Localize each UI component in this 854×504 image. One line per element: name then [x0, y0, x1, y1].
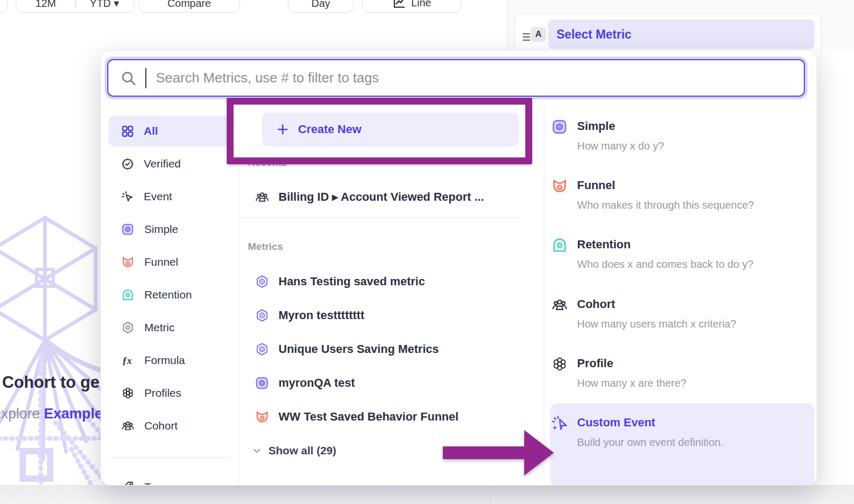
example-link[interactable]: Example	[44, 406, 103, 422]
sidebar-item-simple[interactable]: Simple	[108, 214, 230, 245]
background-headline-fragment: Cohort to ge	[2, 373, 99, 392]
tag-icon	[121, 480, 135, 486]
metric-type-profile[interactable]: Profile How many x are there?	[551, 356, 809, 389]
saved-metric-hexagon-icon	[255, 342, 270, 357]
cohort-people-icon	[121, 419, 135, 433]
funnel-icon	[121, 255, 135, 269]
sidebar-item-retention[interactable]: Retention	[108, 279, 230, 310]
metric-type-custom-event[interactable]: Custom Event Build your own event defini…	[551, 415, 809, 449]
sidebar-item-funnel[interactable]: Funnel	[108, 247, 230, 277]
metric-type-retention[interactable]: Retention Who does x and comes back to d…	[551, 237, 809, 270]
simple-icon	[551, 118, 568, 135]
metric-item[interactable]: Myron testttttttt	[255, 304, 365, 327]
chevron-down-icon	[252, 445, 262, 456]
page-bottom-strip	[0, 485, 854, 504]
compare-button[interactable]: Compare	[138, 0, 240, 13]
sidebar-item-all[interactable]: All	[108, 116, 230, 146]
line-chart-icon	[392, 0, 406, 10]
chart-type-line-button[interactable]: Line	[362, 0, 461, 13]
retention-icon	[551, 237, 568, 254]
show-all-button[interactable]: Show all (29)	[252, 440, 336, 462]
plus-icon	[276, 123, 290, 136]
text-cursor	[145, 68, 146, 88]
wireframe-illustration	[0, 174, 108, 504]
sidebar-item-cohort[interactable]: Cohort	[108, 410, 230, 441]
event-cursor-icon	[121, 190, 134, 203]
metric-type-simple[interactable]: Simple How many x do y?	[551, 118, 809, 152]
recent-item-billing-id[interactable]: Billing ID ▸ Account Viewed Report ...	[255, 185, 484, 209]
simple-icon	[255, 376, 270, 390]
funnel-icon	[255, 409, 270, 424]
formula-fx-icon: ƒx	[121, 353, 135, 367]
search-box[interactable]	[107, 59, 805, 97]
cohort-people-icon	[551, 296, 568, 313]
svg-text:ƒx: ƒx	[122, 356, 132, 366]
sidebar-item-verified[interactable]: Verified	[108, 148, 230, 179]
background-subtext-fragment: xplore Example	[1, 406, 103, 422]
metric-item[interactable]: myronQA test	[255, 371, 355, 395]
series-a-badge: A	[531, 27, 546, 42]
metric-item[interactable]: Unique Users Saving Metrics	[255, 338, 439, 361]
sidebar-item-formula[interactable]: ƒx Formula	[108, 345, 230, 376]
metric-item[interactable]: WW Test Saved Behavior Funnel	[255, 405, 459, 428]
granularity-day-button[interactable]: Day	[288, 0, 354, 13]
profiles-flower-icon	[121, 386, 135, 400]
select-metric-button[interactable]: Select Metric	[548, 20, 814, 49]
page-vertical-divider	[490, 485, 491, 504]
column-divider	[239, 104, 240, 485]
search-input[interactable]	[155, 69, 792, 87]
metric-item[interactable]: Hans Testing saved metric	[255, 270, 425, 293]
saved-metric-hexagon-icon	[255, 274, 270, 289]
funnel-icon	[551, 178, 568, 194]
sidebar-item-event[interactable]: Event	[108, 181, 230, 212]
sidebar-item-tags[interactable]: Tags	[108, 472, 230, 486]
metrics-heading: Metrics	[248, 241, 283, 253]
saved-metric-hexagon-icon	[255, 308, 270, 323]
metric-type-cohort[interactable]: Cohort How many users match x criteria?	[551, 296, 809, 330]
range-12m-button[interactable]: 12M	[16, 0, 75, 10]
simple-icon	[121, 222, 135, 236]
section-divider	[242, 217, 521, 218]
toolbar-button-edge[interactable]	[0, 0, 7, 13]
metric-picker-dropdown: All Verified Event Simple Funnel	[100, 50, 817, 486]
metric-type-funnel[interactable]: Funnel Who makes it through this sequenc…	[551, 178, 809, 211]
profiles-flower-icon	[551, 356, 568, 372]
range-ytd-button[interactable]: YTD ▾	[75, 0, 134, 10]
cohort-people-icon	[255, 190, 270, 204]
sidebar-divider	[109, 458, 231, 458]
sidebar-item-profiles[interactable]: Profiles	[108, 378, 230, 408]
grid-icon	[121, 125, 134, 138]
create-new-button[interactable]: Create New	[262, 113, 519, 146]
date-range-segmented-control[interactable]: 12M YTD ▾	[16, 0, 134, 13]
recents-heading: Recents	[248, 157, 287, 169]
column-divider	[544, 104, 544, 485]
sidebar-item-metric[interactable]: Metric	[108, 312, 230, 343]
search-icon	[120, 70, 137, 87]
verified-badge-icon	[121, 157, 134, 171]
metric-hexagon-icon	[121, 321, 135, 334]
retention-icon	[121, 288, 135, 302]
subtext-plain: xplore	[1, 406, 40, 422]
custom-event-sparkle-icon	[551, 415, 568, 432]
